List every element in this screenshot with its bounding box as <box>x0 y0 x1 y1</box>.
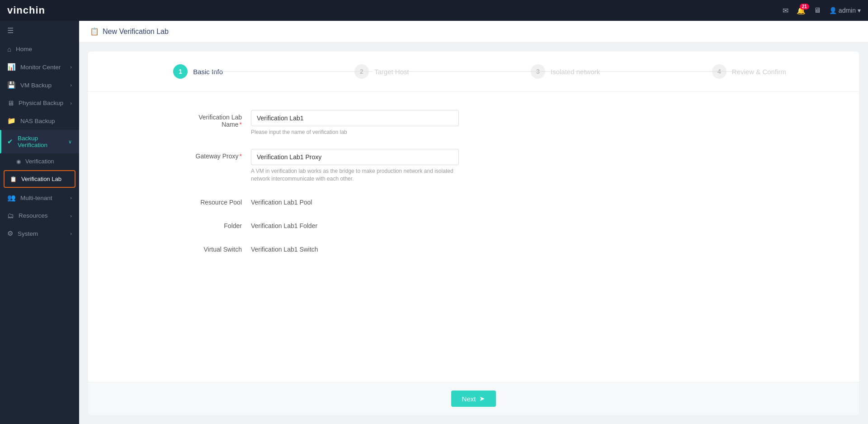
form-row-folder: Folder Verification Lab1 Folder <box>179 219 832 229</box>
step-label-2: Target Host <box>374 68 409 76</box>
sidebar-item-vm-backup[interactable]: 💾 VM Backup › <box>0 76 79 94</box>
page-header: 📋 New Verification Lab <box>79 21 868 43</box>
lab-name-input[interactable] <box>251 110 459 126</box>
step-label-3: Isolated network <box>551 68 600 76</box>
monitor-center-icon: 📊 <box>7 63 16 71</box>
step-number-4: 4 <box>717 68 721 75</box>
chevron-right-icon: › <box>70 231 72 236</box>
sidebar-subitem-verification-lab[interactable]: 📋 Verification Lab <box>4 170 75 188</box>
gateway-proxy-hint: A VM in verification lab works as the br… <box>251 167 459 183</box>
nas-backup-icon: 📁 <box>7 117 16 125</box>
physical-backup-icon: 🖥 <box>7 99 14 107</box>
sidebar-subitem-verification[interactable]: ◉ Verification <box>0 153 79 169</box>
sidebar-subitem-label: Verification <box>25 158 54 165</box>
user-label: admin <box>839 7 856 14</box>
sidebar-item-multi-tenant[interactable]: 👥 Multi-tenant › <box>0 189 79 207</box>
home-icon: ⌂ <box>7 45 11 53</box>
verification-icon: ◉ <box>16 158 21 165</box>
sidebar-item-backup-verification[interactable]: ✔ Backup Verification ∨ <box>0 130 79 153</box>
step-circle-2: 2 <box>354 64 369 79</box>
form-body: Verification Lab Name* Please input the … <box>88 92 859 382</box>
resource-pool-label: Resource Pool <box>179 195 251 206</box>
backup-verification-icon: ✔ <box>7 138 13 146</box>
logo-vin: vin <box>7 5 23 16</box>
next-label: Next <box>462 395 476 403</box>
next-button[interactable]: Next ➤ <box>451 391 496 407</box>
step-circle-3: 3 <box>531 64 545 79</box>
step-circle-1: 1 <box>173 64 188 79</box>
user-menu[interactable]: 👤 admin ▾ <box>829 7 861 14</box>
step-4: 4 Review & Confirm <box>657 64 841 79</box>
step-3: 3 Isolated network <box>474 64 657 79</box>
sidebar-item-nas-backup[interactable]: 📁 NAS Backup <box>0 112 79 130</box>
step-bar: 1 Basic Info 2 Target Host 3 Isolat <box>88 52 859 92</box>
sidebar-item-home[interactable]: ⌂ Home <box>0 40 79 58</box>
gateway-proxy-label: Gateway Proxy* <box>179 149 251 160</box>
sidebar-subitem-verification-lab-wrapper: 📋 Verification Lab <box>4 170 75 188</box>
chevron-right-icon: › <box>70 64 72 70</box>
chevron-right-icon: › <box>70 100 72 106</box>
sidebar-item-system[interactable]: ⚙ System › <box>0 224 79 243</box>
chevron-right-icon: › <box>70 82 72 88</box>
folder-label: Folder <box>179 219 251 229</box>
page-title: New Verification Lab <box>103 28 169 36</box>
required-star: * <box>240 152 242 160</box>
step-label-1: Basic Info <box>193 68 223 76</box>
chevron-down-icon: ∨ <box>68 139 72 145</box>
chevron-right-icon: › <box>70 213 72 219</box>
message-icon[interactable]: ✉ <box>783 6 788 15</box>
multi-tenant-icon: 👥 <box>7 194 16 202</box>
topbar: vinchin ✉ 🔔 21 🖥 👤 admin ▾ <box>0 0 868 21</box>
step-number-3: 3 <box>536 68 540 75</box>
active-indicator <box>0 130 1 153</box>
resources-icon: 🗂 <box>7 212 14 219</box>
required-star: * <box>240 121 242 128</box>
sidebar-item-label: Multi-tenant <box>20 195 52 201</box>
wizard-card: 1 Basic Info 2 Target Host 3 Isolat <box>88 52 859 415</box>
lab-name-label: Verification Lab Name* <box>179 110 251 128</box>
sidebar-item-label: Resources <box>19 212 48 219</box>
sidebar-item-label: Monitor Center <box>20 64 61 71</box>
folder-value: Verification Lab1 Folder <box>251 219 317 229</box>
user-icon: 👤 <box>829 7 837 14</box>
sidebar-item-label: VM Backup <box>20 82 52 89</box>
sidebar-item-label: Physical Backup <box>19 100 63 106</box>
lab-name-input-wrap: Please input the name of verification la… <box>251 110 459 136</box>
verification-lab-icon: 📋 <box>10 176 17 182</box>
monitor-icon[interactable]: 🖥 <box>814 6 821 14</box>
next-arrow-icon: ➤ <box>479 395 485 403</box>
gateway-proxy-input[interactable] <box>251 149 459 165</box>
sidebar-item-resources[interactable]: 🗂 Resources › <box>0 207 79 224</box>
sidebar-item-monitor-center[interactable]: 📊 Monitor Center › <box>0 58 79 76</box>
main-layout: ☰ ⌂ Home 📊 Monitor Center › 💾 VM Backup … <box>0 21 868 424</box>
resource-pool-value: Verification Lab1 Pool <box>251 195 312 206</box>
form-content: Verification Lab Name* Please input the … <box>88 110 859 364</box>
step-1: 1 Basic Info <box>106 64 290 79</box>
sidebar-toggle[interactable]: ☰ <box>0 21 79 40</box>
virtual-switch-label: Virtual Switch <box>179 242 251 253</box>
virtual-switch-value: Verification Lab1 Switch <box>251 242 318 253</box>
sidebar-subitem-label: Verification Lab <box>21 176 61 182</box>
system-icon: ⚙ <box>7 229 13 238</box>
step-2: 2 Target Host <box>290 64 473 79</box>
notification-badge: 21 <box>800 4 809 10</box>
sidebar-item-label: Home <box>16 46 32 52</box>
sidebar-item-label: Backup Verification <box>18 135 64 148</box>
chevron-down-icon: ▾ <box>858 7 861 14</box>
lab-name-hint: Please input the name of verification la… <box>251 129 459 136</box>
sidebar-item-label: NAS Backup <box>20 118 55 124</box>
vm-backup-icon: 💾 <box>7 81 16 89</box>
sidebar-item-physical-backup[interactable]: 🖥 Physical Backup › <box>0 94 79 112</box>
page-header-icon: 📋 <box>90 27 99 36</box>
notification-icon[interactable]: 🔔 21 <box>797 6 806 15</box>
step-label-4: Review & Confirm <box>732 68 786 76</box>
gateway-proxy-input-wrap: A VM in verification lab works as the br… <box>251 149 459 183</box>
step-number-2: 2 <box>360 68 363 75</box>
form-row-gateway-proxy: Gateway Proxy* A VM in verification lab … <box>179 149 832 183</box>
form-row-lab-name: Verification Lab Name* Please input the … <box>179 110 832 136</box>
chevron-right-icon: › <box>70 195 72 200</box>
form-row-virtual-switch: Virtual Switch Verification Lab1 Switch <box>179 242 832 253</box>
sidebar-item-label: System <box>18 230 38 237</box>
content-area: 📋 New Verification Lab 1 Basic Info 2 <box>79 21 868 424</box>
wizard-footer: Next ➤ <box>88 382 859 415</box>
